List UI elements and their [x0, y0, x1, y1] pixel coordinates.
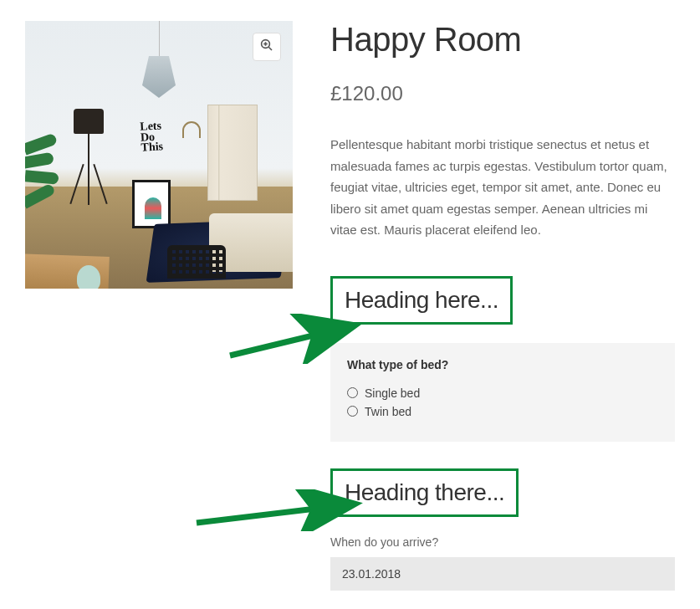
- zoom-in-icon: [259, 38, 274, 56]
- bed-option-label: Single bed: [365, 386, 420, 400]
- product-page: LetsDoThis Happy Room £120.00: [25, 21, 675, 591]
- arrival-label: When do you arrive?: [330, 535, 675, 549]
- bed-option-twin[interactable]: Twin bed: [347, 405, 658, 418]
- arrival-date-field[interactable]: 23.01.2018: [330, 557, 675, 591]
- product-image-wrap: LetsDoThis: [25, 21, 293, 591]
- radio-icon: [347, 387, 358, 398]
- product-image[interactable]: LetsDoThis: [25, 21, 293, 289]
- product-details: Happy Room £120.00 Pellentesque habitant…: [330, 21, 675, 591]
- bed-option-single[interactable]: Single bed: [347, 386, 658, 400]
- section-heading-2: Heading there...: [330, 468, 519, 517]
- product-description: Pellentesque habitant morbi tristique se…: [330, 134, 675, 241]
- bed-type-label: What type of bed?: [347, 358, 658, 371]
- product-price: £120.00: [330, 82, 675, 105]
- bed-type-box: What type of bed? Single bed Twin bed: [330, 343, 675, 442]
- radio-icon: [347, 406, 358, 417]
- section-heading-1: Heading here...: [330, 276, 513, 325]
- wall-art-text: LetsDoThis: [140, 120, 163, 153]
- bed-option-label: Twin bed: [365, 405, 411, 418]
- product-title: Happy Room: [330, 21, 675, 59]
- svg-line-1: [268, 47, 272, 50]
- zoom-button[interactable]: [253, 33, 281, 61]
